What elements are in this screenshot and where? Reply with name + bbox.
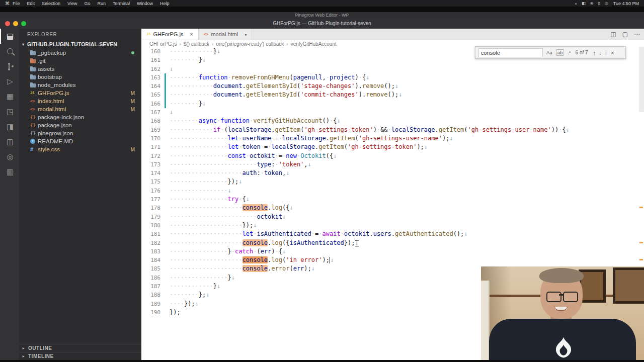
wifi-icon[interactable]: ≋ — [590, 1, 594, 6]
window-minimize-button[interactable] — [13, 21, 18, 26]
presenter-hair — [539, 268, 584, 283]
outline-panel-header[interactable]: ▸ OUTLINE — [19, 344, 141, 352]
match-case-toggle[interactable]: Aa — [545, 50, 553, 55]
file-tree-item[interactable]: #style.cssM — [19, 145, 141, 153]
code-token: . — [359, 82, 362, 89]
code-token: ············ — [170, 126, 213, 133]
file-icon: <> — [30, 99, 38, 104]
code-line: 183················}·catch·(err)·{↓ — [141, 247, 644, 256]
overview-match-mark — [639, 242, 643, 243]
window-zoom-button[interactable] — [21, 21, 26, 26]
keyboard-icon[interactable]: ◧ — [582, 1, 586, 6]
file-tree-item[interactable]: _pgbackup — [19, 49, 141, 57]
search-icon[interactable] — [0, 44, 19, 59]
find-input[interactable] — [478, 48, 543, 57]
remote-icon[interactable]: ◫ — [0, 134, 19, 149]
next-match-button[interactable]: ↓ — [599, 50, 602, 56]
line-number: 188 — [141, 291, 160, 299]
battery-icon[interactable]: ▯ — [598, 1, 600, 6]
file-tree-item[interactable]: {}package.json — [19, 121, 141, 129]
line-number: 160 — [141, 47, 160, 56]
previous-match-button[interactable]: ↑ — [593, 50, 596, 56]
search-match: console — [243, 239, 268, 246]
code-token: ········ — [170, 117, 199, 124]
file-tree-item[interactable]: <>index.htmlM — [19, 97, 141, 105]
overview-match-mark — [639, 207, 643, 208]
close-tab-icon[interactable]: × — [190, 31, 193, 37]
menu-item[interactable]: File — [13, 1, 20, 6]
code-line-content: ····················console.log({isAuthe… — [170, 239, 644, 247]
code-line-content: ············document.getElementById('sta… — [170, 82, 644, 90]
macos-menu-bar: ⌘ FileEditSelectionViewGoRunTerminalWind… — [0, 0, 644, 7]
code-line: 175················});↓ — [141, 177, 644, 186]
file-name: modal.html — [38, 106, 66, 112]
code-token: ···················· — [170, 230, 243, 237]
menu-item[interactable]: Edit — [27, 1, 35, 6]
code-line: 170················let·userName·=·localS… — [141, 134, 644, 143]
pinegrow-window-titlebar[interactable]: Pinegrow Web Editor - WP — [0, 12, 644, 19]
code-token: ↓ — [228, 187, 231, 194]
bookmarks-icon[interactable]: ▥ — [0, 164, 19, 179]
file-tree-item[interactable]: .git — [19, 57, 141, 65]
menu-item[interactable]: Go — [84, 1, 90, 6]
file-tree-item[interactable]: <>modal.htmlM — [19, 105, 141, 113]
source-control-icon[interactable] — [0, 59, 19, 74]
code-token: , — [304, 161, 307, 168]
code-token: if — [213, 126, 220, 133]
file-tree-item[interactable]: iREADME.MD — [19, 137, 141, 145]
control-center-icon[interactable]: ◎ — [605, 1, 608, 6]
whole-word-toggle[interactable]: ab — [556, 49, 565, 56]
close-find-button[interactable]: × — [611, 50, 614, 56]
code-token: ················ — [170, 143, 228, 150]
glasses-bridge — [559, 294, 564, 296]
find-in-selection-toggle[interactable]: ≡ — [605, 50, 608, 56]
editor-tab[interactable]: <>modal.html● — [199, 29, 253, 40]
file-tree-item[interactable]: assets — [19, 65, 141, 73]
code-token: remove — [362, 82, 384, 89]
more-actions-icon[interactable]: ⋯ — [634, 31, 640, 38]
breadcrumb-item[interactable]: GHForPG.js — [149, 41, 177, 47]
line-number: 189 — [141, 300, 160, 308]
menu-item[interactable]: View — [67, 1, 77, 6]
project-folder-row[interactable]: ▾ GITHUB-PLUGIN-TUTORIAL-SEVEN — [19, 40, 141, 48]
code-token: ↓ — [202, 56, 206, 63]
menu-item[interactable]: Run — [97, 1, 106, 6]
split-editor-icon[interactable]: ◫ — [610, 31, 616, 38]
breadcrumb-item[interactable]: verifyGitHubAccount — [291, 41, 337, 47]
file-tree-item[interactable]: {}package-lock.json — [19, 113, 141, 121]
menu-item[interactable]: Help — [160, 1, 170, 6]
code-line-content: ························octokit↓ — [170, 213, 644, 221]
breadcrumb-item[interactable]: one('pinegrow-ready') callback — [216, 41, 284, 47]
apple-menu-icon[interactable]: ⌘ — [5, 1, 10, 6]
regex-toggle[interactable]: .* — [567, 50, 572, 55]
menubar-items: FileEditSelectionViewGoRunTerminalWindow… — [13, 1, 170, 6]
window-close-button[interactable] — [5, 21, 10, 26]
layout-icon[interactable]: ▢ — [622, 31, 628, 38]
code-token: error — [271, 265, 289, 272]
run-debug-icon[interactable]: ▷ — [0, 74, 19, 89]
menubar-clock[interactable]: Tue 4:50 PM — [613, 1, 639, 6]
live-server-icon[interactable]: ◎ — [0, 149, 19, 164]
vscode-titlebar[interactable]: GHForPG.js — GitHub-Plugin-tutorial-seve… — [0, 19, 644, 29]
menu-item[interactable]: Window — [137, 1, 153, 6]
display-icon[interactable]: ◒ — [575, 1, 577, 6]
code-line: 166········}↓ — [141, 100, 644, 108]
file-tree-item[interactable]: node_modules — [19, 81, 141, 89]
extensions-icon[interactable]: ▦ — [0, 89, 19, 104]
file-tree-item[interactable]: {}pinegrow.json — [19, 129, 141, 137]
docker-icon[interactable]: ◨ — [0, 119, 19, 134]
code-token: ↓ — [330, 256, 334, 263]
file-tree-item[interactable]: bootstrap — [19, 73, 141, 81]
code-token: localStorage — [391, 126, 435, 133]
menu-item[interactable]: Selection — [42, 1, 60, 6]
code-line: 177················try·{↓ — [141, 195, 644, 204]
editor-scrollbar[interactable] — [639, 47, 644, 112]
breadcrumb-item[interactable]: $() callback — [184, 41, 209, 47]
timeline-panel-header[interactable]: ▸ TIMELINE — [19, 352, 141, 360]
testing-icon[interactable]: ◳ — [0, 104, 19, 119]
menu-item[interactable]: Terminal — [113, 1, 130, 6]
explorer-icon[interactable]: ▤ — [0, 29, 19, 44]
editor-tab[interactable]: JSGHForPG.js× — [141, 29, 199, 40]
code-token: ↓ — [464, 230, 467, 237]
file-tree-item[interactable]: JSGHForPG.jsM — [19, 89, 141, 97]
